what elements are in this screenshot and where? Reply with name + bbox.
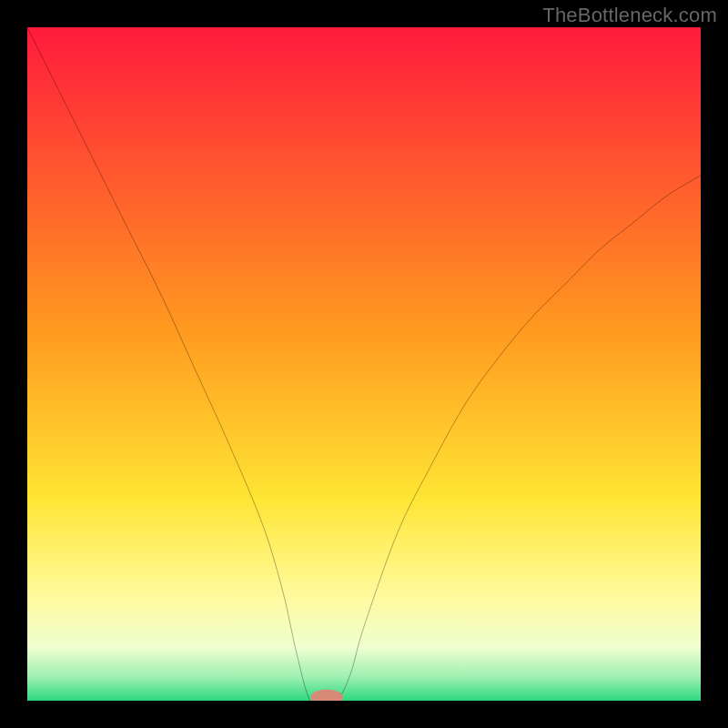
watermark-text: TheBottleneck.com xyxy=(542,4,717,27)
gradient-background xyxy=(27,27,701,701)
bottleneck-chart xyxy=(27,27,701,701)
chart-frame: TheBottleneck.com xyxy=(0,0,728,728)
